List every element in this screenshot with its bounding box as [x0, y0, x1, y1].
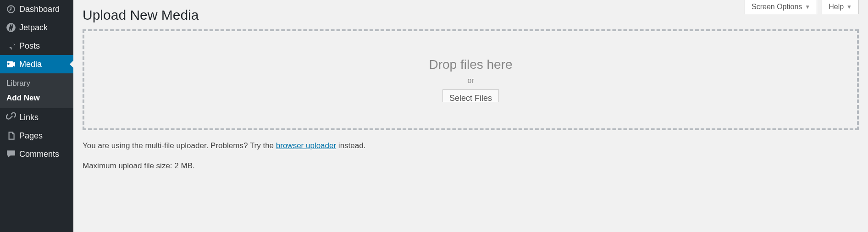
uploader-notice-post: instead. [336, 141, 365, 150]
screen-options-tab[interactable]: Screen Options ▼ [745, 0, 817, 14]
comments-icon [6, 149, 17, 160]
sidebar-item-links[interactable]: Links [0, 108, 73, 127]
sidebar-item-label: Links [19, 113, 39, 122]
browser-uploader-link[interactable]: browser uploader [276, 141, 336, 150]
dashboard-icon [6, 4, 17, 15]
submenu-item-library[interactable]: Library [0, 76, 73, 91]
or-text: or [467, 77, 474, 85]
sidebar-item-label: Dashboard [19, 5, 60, 14]
select-files-button[interactable]: Select Files [442, 89, 499, 102]
top-tabs: Screen Options ▼ Help ▼ [745, 0, 859, 14]
sidebar-item-label: Media [19, 60, 42, 69]
sidebar-item-label: Pages [19, 131, 43, 141]
drop-files-text: Drop files here [429, 57, 512, 72]
sidebar-item-label: Comments [19, 149, 59, 159]
media-icon [6, 59, 17, 70]
help-tab[interactable]: Help ▼ [822, 0, 859, 14]
upload-dropzone[interactable]: Drop files here or Select Files [83, 29, 859, 130]
uploader-notice: You are using the multi-file uploader. P… [83, 141, 859, 150]
sidebar-item-dashboard[interactable]: Dashboard [0, 0, 73, 18]
sidebar-item-label: Jetpack [19, 23, 48, 33]
screen-options-label: Screen Options [752, 3, 802, 11]
sidebar-item-posts[interactable]: Posts [0, 37, 73, 55]
help-label: Help [829, 3, 844, 11]
admin-sidebar: Dashboard Jetpack Posts Media Library Ad… [0, 0, 73, 232]
pages-icon [6, 130, 17, 141]
sidebar-item-media[interactable]: Media [0, 55, 73, 73]
sidebar-item-jetpack[interactable]: Jetpack [0, 18, 73, 37]
sidebar-item-comments[interactable]: Comments [0, 145, 73, 163]
sidebar-submenu-media: Library Add New [0, 73, 73, 108]
main-content: Screen Options ▼ Help ▼ Upload New Media… [73, 0, 868, 232]
sidebar-item-pages[interactable]: Pages [0, 127, 73, 145]
page-title: Upload New Media [83, 0, 859, 29]
chevron-down-icon: ▼ [805, 4, 810, 10]
jetpack-icon [6, 22, 17, 33]
sidebar-item-label: Posts [19, 41, 40, 51]
link-icon [6, 112, 17, 123]
pin-icon [6, 40, 17, 51]
uploader-notice-pre: You are using the multi-file uploader. P… [83, 141, 276, 150]
chevron-down-icon: ▼ [846, 4, 852, 10]
max-upload-size: Maximum upload file size: 2 MB. [83, 161, 859, 171]
submenu-item-add-new[interactable]: Add New [0, 91, 73, 105]
